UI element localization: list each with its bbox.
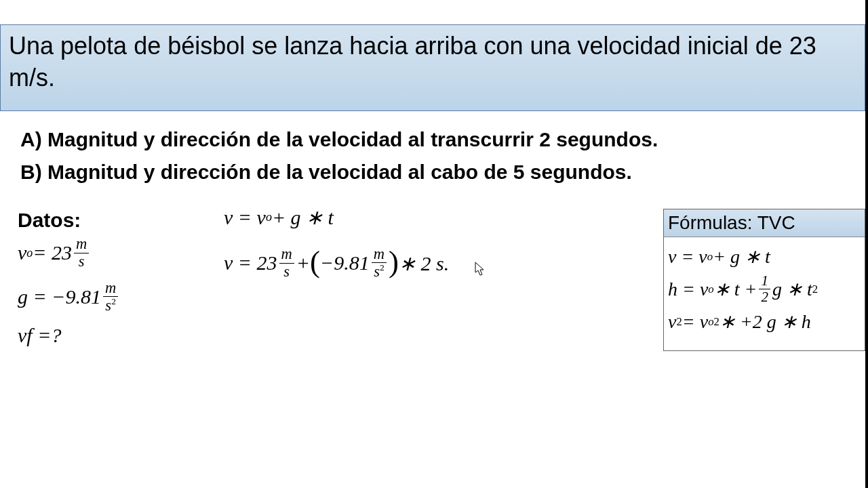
f3-sub: o: [708, 315, 713, 329]
f2-exp: 2: [812, 283, 818, 296]
f3-exp2: 2: [714, 315, 719, 329]
f3-b: = v: [682, 311, 708, 333]
datos-vf: vf =?: [18, 324, 120, 347]
work-line-2: v = 23 m s + ( −9.81 m s2 ) ∗ 2 s.: [224, 245, 449, 281]
f1-sub: o: [707, 250, 713, 264]
formula-3: v2 = vo2 ∗ +2 g ∗ h: [668, 310, 861, 333]
w2-a: v = 23: [224, 251, 277, 274]
w1-pre: v = v: [224, 206, 266, 229]
w1-post: + g ∗ t: [272, 205, 334, 229]
w2-plus: +: [296, 251, 310, 274]
g-unit-den: s2: [103, 297, 118, 314]
w2-u2-den: s2: [372, 263, 387, 280]
vo-sub: o: [26, 246, 33, 260]
problem-statement: Una pelota de béisbol se lanza hacia arr…: [0, 24, 865, 111]
f3-exp1: 2: [676, 315, 682, 329]
formula-body: v = vo + g ∗ t h = vo ∗ t + 1 2 g ∗ t2 v…: [664, 237, 865, 350]
w2-unit2: m s2: [372, 246, 387, 281]
w2-c: −9.81: [320, 251, 370, 274]
f2-mid: ∗ t +: [714, 278, 757, 300]
vo-unit-den: s: [77, 253, 87, 270]
g-unit-num: m: [103, 280, 118, 298]
w2-d: ∗ 2 s.: [399, 251, 449, 275]
formula-1: v = vo + g ∗ t: [668, 245, 861, 268]
w2-u2-den-base: s: [374, 263, 380, 280]
datos-g: g = −9.81 m s2: [18, 280, 120, 314]
f2-post: g ∗ t: [772, 278, 812, 300]
question-b: B) Magnitud y dirección de la velocidad …: [20, 156, 658, 188]
f2-pre: h = v: [668, 279, 708, 300]
g-unit-den-exp: 2: [111, 296, 116, 306]
f3-c: ∗ +2 g ∗ h: [719, 310, 811, 333]
f2-frac-den: 2: [759, 289, 770, 305]
vo-unit-num: m: [74, 236, 89, 253]
g-unit: m s2: [103, 280, 118, 314]
datos-title: Datos:: [18, 209, 120, 232]
vo-value: = 23: [33, 241, 72, 264]
formula-2: h = vo ∗ t + 1 2 g ∗ t2: [668, 273, 861, 305]
cursor-icon: [475, 262, 486, 277]
f1-pre: v = v: [668, 246, 707, 268]
w2-rparen: ): [389, 244, 399, 279]
question-a: A) Magnitud y dirección de la velocidad …: [20, 123, 658, 156]
w2-u1-num: m: [279, 246, 294, 264]
questions-block: A) Magnitud y dirección de la velocidad …: [20, 123, 658, 188]
g-value: g = −9.81: [18, 285, 101, 308]
f2-frac: 1 2: [759, 273, 770, 305]
w2-u1-den: s: [281, 264, 292, 281]
work-line-1: v = vo + g ∗ t: [224, 205, 449, 229]
f3-a: v: [668, 311, 676, 333]
vo-unit: m s: [74, 236, 89, 270]
datos-vo: vo = 23 m s: [18, 236, 120, 270]
f2-frac-num: 1: [759, 273, 770, 289]
right-border: [865, 0, 868, 488]
w2-unit1: m s: [279, 246, 294, 281]
g-unit-den-base: s: [105, 297, 111, 314]
w2-lparen: (: [310, 244, 320, 279]
w2-u2-num: m: [372, 246, 387, 264]
work-block: v = vo + g ∗ t v = 23 m s + ( −9.81 m s2…: [224, 205, 449, 297]
problem-text: Una pelota de béisbol se lanza hacia arr…: [9, 32, 816, 92]
formula-title: Fórmulas: TVC: [664, 209, 865, 237]
f2-sub: o: [708, 283, 713, 296]
w2-u2-den-exp: 2: [380, 262, 384, 272]
datos-block: Datos: vo = 23 m s g = −9.81 m s2 vf =?: [18, 209, 120, 357]
vo-var: v: [18, 241, 26, 264]
w1-sub: o: [266, 210, 272, 224]
f1-post: + g ∗ t: [713, 245, 770, 268]
formula-box: Fórmulas: TVC v = vo + g ∗ t h = vo ∗ t …: [663, 209, 865, 351]
